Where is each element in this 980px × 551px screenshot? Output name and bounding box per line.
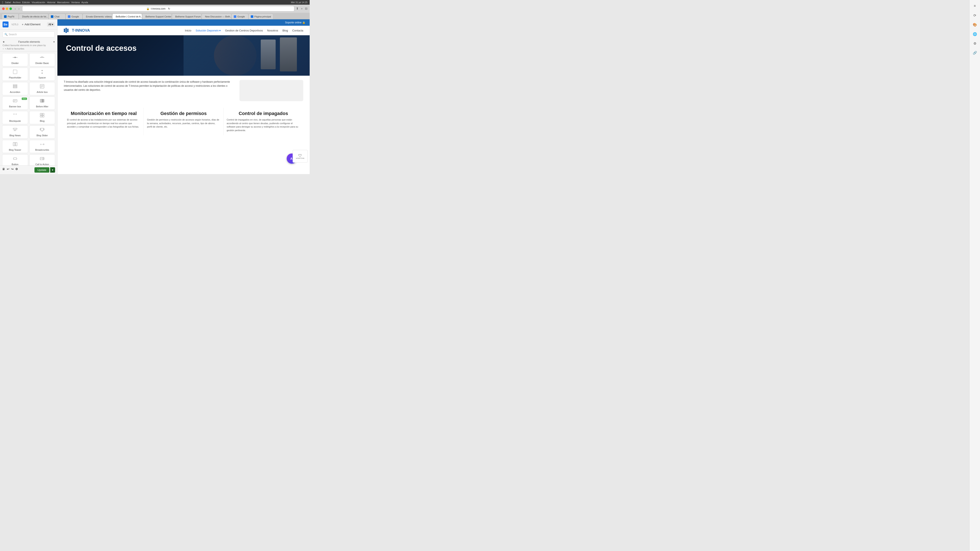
tab-google1[interactable]: Google xyxy=(65,14,83,19)
before-after-icon xyxy=(40,98,45,104)
archivo-menu[interactable]: Archivo xyxy=(13,1,21,4)
element-banner-box[interactable]: New Banner box xyxy=(2,97,28,110)
tab-diseno[interactable]: Diseño de efecto de fot... xyxy=(19,14,48,19)
tab-betheme-support[interactable]: Betheme Support Center xyxy=(142,14,172,19)
content-section: T-Innova ha diseñado una solución integr… xyxy=(57,76,310,105)
element-blog-teaser[interactable]: Blog Teaser xyxy=(2,140,28,153)
ventana-menu[interactable]: Ventana xyxy=(71,1,80,4)
tab-pagina-principal[interactable]: Página principal xyxy=(248,14,273,19)
back-button[interactable]: ‹ xyxy=(14,6,17,11)
visualizacion-menu[interactable]: Visualización xyxy=(32,1,45,4)
collapse-icon[interactable]: ▾ xyxy=(53,40,55,43)
reload-icon[interactable]: ↻ xyxy=(168,7,170,10)
blockquote-label: Blockquote xyxy=(10,120,21,122)
element-call-to-action[interactable]: Call to Action xyxy=(29,154,55,165)
tab-label-bebuilder: BeBuilder | Control de A... xyxy=(116,15,142,18)
element-article-box[interactable]: Article box xyxy=(29,82,55,95)
share-icon[interactable]: ⬆ xyxy=(296,7,299,11)
element-divider[interactable]: Divider xyxy=(2,53,28,66)
element-blog[interactable]: Blog xyxy=(29,111,55,124)
search-placeholder: Search xyxy=(9,33,17,36)
element-breadcrumbs[interactable]: A › B › C Breadcrumbs xyxy=(29,140,55,153)
tab-bebuilder[interactable]: BeBuilder | Control de A... xyxy=(112,14,142,19)
nav-nosotros[interactable]: Nosotros xyxy=(267,29,278,32)
sidebar-icon-screen[interactable]: 🖥 xyxy=(2,167,5,173)
svg-rect-40 xyxy=(40,157,44,160)
svg-rect-33 xyxy=(40,129,41,130)
element-blog-slider[interactable]: Blog Slider xyxy=(29,125,55,138)
spacer-label: Spacer xyxy=(38,76,46,79)
apple-menu[interactable]:  xyxy=(2,1,3,4)
search-box[interactable]: 🔍 Search xyxy=(3,32,55,37)
blog-teaser-label: Blog Teaser xyxy=(9,149,21,151)
banner-box-icon xyxy=(13,98,18,104)
safari-menu[interactable]: Safari xyxy=(5,1,11,4)
nav-inicio[interactable]: Inicio xyxy=(185,29,191,32)
sidebar-icon-undo[interactable]: ↩ xyxy=(7,167,10,173)
marcadores-menu[interactable]: Marcadores xyxy=(57,1,69,4)
all-label: All xyxy=(48,23,51,26)
tab-google2[interactable]: Google xyxy=(231,14,248,19)
svg-rect-21 xyxy=(42,99,44,102)
sidebar-icon-options[interactable]: ⚙ xyxy=(15,167,18,173)
ayuda-menu[interactable]: Ayuda xyxy=(81,1,88,4)
site-logo: T·INNOVA xyxy=(64,28,90,33)
svg-rect-5 xyxy=(13,70,17,74)
tab-label-discussion: New Discussion — Beth... xyxy=(205,15,231,18)
element-divider-basic[interactable]: Divider Basic xyxy=(29,53,55,66)
update-dropdown-button[interactable]: ▾ xyxy=(50,167,55,173)
blog-news-label: Blog News xyxy=(10,134,21,137)
nav-solucion[interactable]: Solución Deporwin ▾ xyxy=(196,29,221,32)
call-to-action-label: Call to Action xyxy=(35,163,49,165)
tab-new-discussion[interactable]: New Discussion — Beth... xyxy=(202,14,231,19)
new-badge: New xyxy=(22,98,27,100)
element-blog-news[interactable]: Blog News xyxy=(2,125,28,138)
add-element-button[interactable]: ＋ Add Element xyxy=(21,22,40,26)
tab-label-chat: Chat xyxy=(54,15,59,18)
update-button[interactable]: Update xyxy=(35,167,49,173)
address-bar[interactable]: 🔒 t-innova.com ↻ xyxy=(22,6,294,11)
main-content: Soporte online 🔒 T·INNOVA Inicio Solució… xyxy=(57,19,310,174)
sidebar-icon-redo[interactable]: ↪ xyxy=(11,167,14,173)
svg-rect-44 xyxy=(65,28,67,33)
divider-basic-label: Divider Basic xyxy=(35,62,49,64)
edicion-menu[interactable]: Edición xyxy=(22,1,30,4)
lock-icon: 🔒 xyxy=(146,7,150,10)
breadcrumbs-label: Breadcrumbs xyxy=(35,149,49,151)
forward-button[interactable]: › xyxy=(18,6,21,11)
site-nav: Inicio Solución Deporwin ▾ Gestion de Ce… xyxy=(185,29,303,32)
svg-rect-27 xyxy=(40,116,42,117)
tab-chat[interactable]: Chat xyxy=(48,14,65,19)
nav-gestion[interactable]: Gestion de Centros Deportivos xyxy=(225,29,263,32)
svg-text:": " xyxy=(13,113,15,117)
tab-betheme-forum[interactable]: Betheme Support Forum xyxy=(172,14,202,19)
before-after-label: Before After xyxy=(36,105,48,108)
nav-blog[interactable]: Blog xyxy=(282,29,288,32)
svg-rect-39 xyxy=(13,158,17,159)
minimize-traffic-light[interactable] xyxy=(6,8,8,10)
tab-payfit[interactable]: PayFit xyxy=(2,14,19,19)
close-traffic-light[interactable] xyxy=(2,8,5,10)
plus-icon: ＋ xyxy=(21,23,25,26)
element-spacer[interactable]: Spacer xyxy=(29,68,55,81)
element-placeholder[interactable]: Placeholder xyxy=(2,68,28,81)
nav-contacta[interactable]: Contacta xyxy=(292,29,303,32)
tab-envato[interactable]: Envato Elements: vídeos... xyxy=(83,14,112,19)
blog-teaser-icon xyxy=(13,142,18,148)
tab-label-envato: Envato Elements: vídeos... xyxy=(86,15,112,18)
historial-menu[interactable]: Historial xyxy=(47,1,56,4)
add-to-favourites[interactable]: ○ + Add to favourites xyxy=(3,48,55,50)
element-before-after[interactable]: Before After xyxy=(29,97,55,110)
new-tab-icon[interactable]: ＋ xyxy=(300,7,303,11)
svg-rect-36 xyxy=(13,143,15,146)
feature-title-1: Monitorización en tiempo real xyxy=(67,111,140,116)
sidebar-icon[interactable]: ⊟ xyxy=(305,7,307,11)
element-accordion[interactable]: Accordion xyxy=(2,82,28,95)
all-dropdown[interactable]: All ▾ xyxy=(47,22,55,27)
accordion-icon xyxy=(13,84,18,90)
maximize-traffic-light[interactable] xyxy=(10,8,12,10)
logo-icon xyxy=(64,28,70,33)
element-button[interactable]: Button xyxy=(2,154,28,165)
be-logo[interactable]: Be xyxy=(3,21,8,27)
element-blockquote[interactable]: "" Blockquote xyxy=(2,111,28,124)
